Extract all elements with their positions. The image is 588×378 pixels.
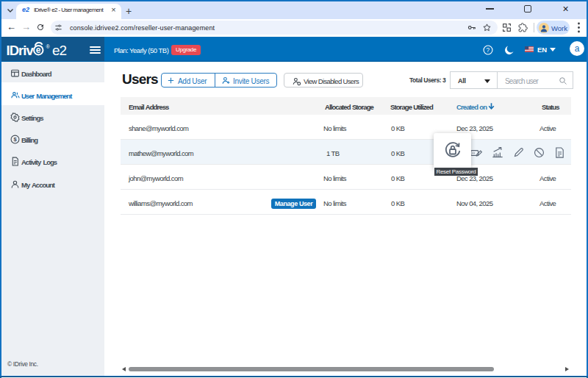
svg-text:$: $ xyxy=(14,136,18,143)
svg-text:®: ® xyxy=(46,44,51,49)
svg-text:?: ? xyxy=(487,47,490,54)
svg-text:e: e xyxy=(36,45,41,55)
svg-text:IDriv: IDriv xyxy=(7,43,35,58)
svg-text:e2: e2 xyxy=(52,43,67,58)
